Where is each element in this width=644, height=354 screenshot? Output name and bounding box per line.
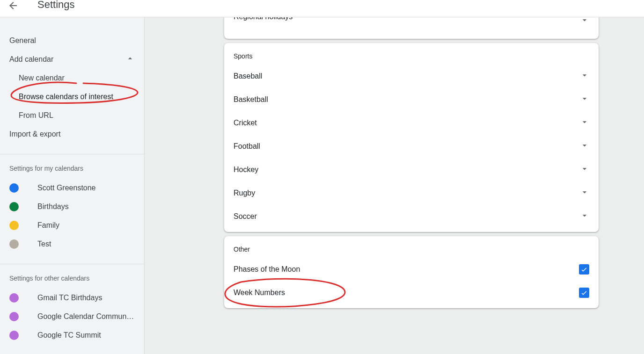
calendar-color-dot bbox=[9, 293, 19, 303]
settings-my-calendars-label: Settings for my calendars bbox=[0, 165, 144, 172]
row-label: Rugby bbox=[234, 189, 255, 197]
row-label: Cricket bbox=[234, 119, 257, 127]
nav-general[interactable]: General bbox=[0, 31, 144, 50]
row-label: Phases of the Moon bbox=[234, 265, 300, 274]
nav-add-calendar-label: Add calendar bbox=[9, 55, 53, 64]
calendar-color-dot bbox=[9, 183, 19, 193]
my-calendar-item[interactable]: Scott Greenstone bbox=[0, 179, 144, 197]
chevron-down-icon bbox=[580, 211, 589, 222]
expand-row-rugby[interactable]: Rugby bbox=[224, 181, 599, 205]
chevron-down-icon bbox=[580, 17, 589, 27]
settings-sidebar: General Add calendar New calendar Browse… bbox=[0, 17, 145, 354]
calendar-name: Test bbox=[37, 240, 51, 248]
calendar-name: Gmail TC Birthdays bbox=[37, 294, 102, 302]
expand-row-soccer[interactable]: Soccer bbox=[224, 205, 599, 228]
toggle-row-week-numbers[interactable]: Week Numbers bbox=[224, 281, 599, 304]
calendar-name: Google Calendar Commun… bbox=[37, 312, 134, 321]
other-calendar-item[interactable]: Google Calendar Commun… bbox=[0, 307, 144, 326]
nav-new-calendar[interactable]: New calendar bbox=[0, 69, 144, 87]
nav-from-url[interactable]: From URL bbox=[0, 106, 144, 125]
calendar-color-dot bbox=[9, 331, 19, 340]
card-header-sports: Sports bbox=[224, 43, 599, 65]
expand-row-regional-holidays[interactable]: Regional holidays bbox=[224, 17, 599, 35]
my-calendar-item[interactable]: Birthdays bbox=[0, 197, 144, 216]
app-header: Settings bbox=[0, 0, 644, 17]
nav-import-export[interactable]: Import & export bbox=[0, 125, 144, 144]
calendar-name: Family bbox=[37, 221, 59, 230]
row-label: Basketball bbox=[234, 95, 268, 104]
nav-browse-calendars-of-interest[interactable]: Browse calendars of interest bbox=[0, 87, 144, 106]
chevron-down-icon bbox=[580, 164, 589, 175]
holidays-card: Regional holidays bbox=[224, 17, 599, 39]
row-label: Week Numbers bbox=[234, 289, 285, 296]
settings-other-calendars-label: Settings for other calendars bbox=[0, 275, 144, 282]
calendar-color-dot bbox=[9, 202, 19, 211]
my-calendar-item[interactable]: Test bbox=[0, 235, 144, 253]
expand-row-cricket[interactable]: Cricket bbox=[224, 111, 599, 135]
row-label: Regional holidays bbox=[234, 17, 293, 21]
page-title: Settings bbox=[37, 0, 75, 11]
back-arrow-icon[interactable] bbox=[2, 0, 24, 17]
chevron-down-icon bbox=[580, 141, 589, 152]
calendar-color-dot bbox=[9, 312, 19, 321]
chevron-up-icon bbox=[125, 54, 135, 65]
checkbox-checked-icon[interactable] bbox=[579, 288, 589, 298]
chevron-down-icon bbox=[580, 94, 589, 105]
calendar-color-dot bbox=[9, 239, 19, 249]
expand-row-football[interactable]: Football bbox=[224, 135, 599, 158]
expand-row-basketball[interactable]: Basketball bbox=[224, 88, 599, 111]
my-calendar-item[interactable]: Family bbox=[0, 216, 144, 235]
toggle-row-phases-of-the-moon[interactable]: Phases of the Moon bbox=[224, 258, 599, 281]
checkbox-checked-icon[interactable] bbox=[579, 264, 589, 275]
calendar-name: Scott Greenstone bbox=[37, 184, 96, 192]
sports-card: Sports Baseball Basketball Cricket bbox=[224, 43, 599, 232]
card-header-other: Other bbox=[224, 236, 599, 258]
calendar-name: Birthdays bbox=[37, 202, 69, 211]
other-calendar-item[interactable]: Gmail TC Birthdays bbox=[0, 289, 144, 307]
divider bbox=[0, 154, 144, 154]
calendar-color-dot bbox=[9, 221, 19, 230]
chevron-down-icon bbox=[580, 117, 589, 129]
divider bbox=[0, 264, 144, 264]
row-label: Hockey bbox=[234, 166, 258, 174]
main-content: Regional holidays Sports Baseball Basket… bbox=[145, 17, 644, 354]
chevron-down-icon bbox=[580, 188, 589, 199]
row-label: Baseball bbox=[234, 72, 262, 80]
calendar-name: Google TC Summit bbox=[37, 331, 101, 340]
chevron-down-icon bbox=[580, 71, 589, 82]
expand-row-baseball[interactable]: Baseball bbox=[224, 65, 599, 88]
row-label: Football bbox=[234, 142, 260, 151]
other-card: Other Phases of the Moon Week Numbers bbox=[224, 236, 599, 308]
expand-row-hockey[interactable]: Hockey bbox=[224, 158, 599, 181]
row-label: Soccer bbox=[234, 212, 257, 221]
other-calendar-item[interactable]: Google TC Summit bbox=[0, 326, 144, 345]
nav-add-calendar[interactable]: Add calendar bbox=[0, 50, 144, 69]
